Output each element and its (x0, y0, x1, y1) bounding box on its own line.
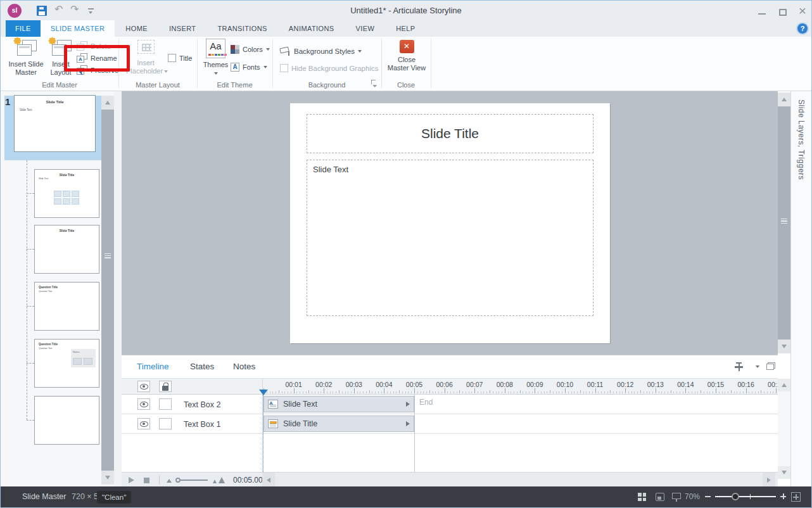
preview-icon[interactable] (672, 493, 681, 499)
ruler-label: 00:07 (463, 381, 486, 388)
grid-view-icon[interactable] (638, 493, 646, 501)
zoom-out-icon[interactable] (167, 479, 172, 483)
timeline-options-caret-icon[interactable] (756, 365, 759, 368)
timeline-zoom-slider-knob[interactable] (175, 478, 181, 483)
arrow-down-icon (105, 476, 110, 479)
slide-master-editing-surface[interactable]: Slide Title Slide Text (290, 103, 610, 343)
title-checkbox-box[interactable] (168, 54, 176, 62)
zoom-in-button[interactable] (780, 493, 786, 499)
ruler-label: 00:06 (433, 381, 456, 388)
timeline-ruler[interactable]: 00:0100:0200:0300:0400:0500:0600:0700:08… (263, 379, 778, 394)
lock-all-button[interactable] (159, 381, 172, 392)
rename-highlight-box (64, 45, 130, 72)
arrow-up-icon (782, 383, 787, 387)
canvas-scroll-up-button[interactable] (778, 92, 790, 106)
slide-layers-triggers-rail[interactable]: Slide Layers, Triggers (790, 91, 811, 486)
timeline-row-text-box-1[interactable]: Text Box 1 Slide Title (122, 414, 778, 434)
background-styles-button[interactable]: Background Styles (280, 46, 362, 56)
title-placeholder[interactable]: Slide Title (307, 114, 593, 153)
group-label-background: Background (272, 81, 381, 89)
timeline-row-text-box-2[interactable]: Text Box 2 Slide Text (122, 395, 778, 414)
canvas-scroll-down-button[interactable] (778, 340, 790, 353)
sidebar-scroll-up-button[interactable] (101, 96, 114, 110)
ruler-label: 00:14 (674, 381, 697, 388)
layout-thumbnail-3[interactable]: Question Title Question Text (34, 282, 99, 331)
help-icon[interactable]: ? (797, 23, 808, 34)
zoom-out-button[interactable] (705, 496, 711, 497)
dropdown-caret-icon (266, 48, 270, 51)
zoom-in-small-icon[interactable] (213, 479, 217, 483)
tab-states[interactable]: States (190, 362, 214, 371)
layout-thumbnail-1[interactable]: Slide Title Slide Text (34, 169, 99, 218)
sidebar-scrollbar[interactable] (101, 110, 114, 471)
text-placeholder[interactable]: Slide Text (307, 160, 593, 316)
tab-home[interactable]: HOME (115, 20, 158, 37)
tab-help[interactable]: HELP (385, 20, 426, 37)
lock-checkbox[interactable] (159, 398, 172, 410)
maximize-button[interactable] (779, 9, 787, 16)
timeline-vertical-scrollbar[interactable] (778, 391, 790, 466)
zoom-slider-track[interactable] (715, 496, 776, 497)
colors-button[interactable]: Colors (231, 45, 270, 54)
slide-layers-triggers-label[interactable]: Slide Layers, Triggers (797, 99, 806, 180)
timeline-end-marker[interactable] (414, 395, 415, 472)
timeline-scroll-left-button[interactable] (262, 473, 275, 488)
timeline-object-bar[interactable]: Slide Title (263, 416, 414, 432)
expand-arrow-icon[interactable] (406, 421, 410, 426)
master-slide-thumbnail[interactable]: Slide Title Slide Text (14, 95, 96, 152)
tab-notes[interactable]: Notes (233, 362, 255, 371)
tab-slide-master[interactable]: SLIDE MASTER (41, 20, 115, 37)
fit-to-window-icon[interactable] (791, 492, 801, 502)
visibility-toggle[interactable] (137, 418, 150, 429)
timeline-zoom-slider[interactable] (179, 479, 208, 481)
lock-checkbox[interactable] (159, 418, 172, 429)
tab-timeline[interactable]: Timeline (137, 362, 169, 371)
sidebar-scroll-down-button[interactable] (101, 471, 114, 485)
slide-view-icon[interactable] (656, 493, 664, 501)
panel-windows-icon[interactable] (766, 362, 775, 370)
zoom-level-label: 70% (685, 486, 700, 507)
title-checkbox[interactable]: Title (168, 54, 192, 62)
themes-button[interactable]: Aa Themes (201, 39, 230, 77)
zoom-slider-handle[interactable] (732, 493, 739, 500)
timeline-horizontal-scrollbar[interactable] (275, 473, 763, 488)
ruler-label: 00:16 (735, 381, 758, 388)
layout-thumbnail-5[interactable] (34, 396, 99, 445)
insert-slide-master-button[interactable]: Insert SlideMaster (6, 39, 46, 77)
show-hide-all-button[interactable] (137, 381, 150, 392)
layout-thumbnail-2[interactable]: Slide Title (34, 225, 99, 274)
fonts-button[interactable]: A Fonts (231, 63, 267, 72)
timeline-scroll-up-button[interactable] (778, 379, 790, 391)
expand-arrow-icon[interactable] (406, 402, 410, 407)
themes-icon: Aa (206, 39, 225, 58)
timeline-duration: 00:05.00 (233, 476, 263, 485)
zoom-in-large-icon[interactable] (219, 477, 225, 483)
content-placeholder-grid (54, 191, 79, 205)
playhead-icon[interactable] (259, 390, 268, 395)
playhead-line[interactable] (263, 395, 263, 472)
layout-thumbnail-4[interactable]: Question Title Question Text Notes (34, 339, 99, 388)
canvas-scrollbar-grip[interactable] (781, 219, 787, 224)
tab-file[interactable]: FILE (6, 20, 41, 37)
tab-animations[interactable]: ANIMATIONS (278, 20, 345, 37)
close-master-view-button[interactable]: CloseMaster View (384, 39, 429, 72)
stop-button[interactable] (144, 478, 149, 483)
timeline-object-bar[interactable]: Slide Text (263, 396, 414, 412)
close-button[interactable] (797, 6, 808, 16)
minimize-button[interactable] (758, 13, 766, 15)
sidebar-splitter[interactable] (114, 91, 122, 486)
tab-view[interactable]: VIEW (345, 20, 386, 37)
tab-insert[interactable]: INSERT (158, 20, 207, 37)
playhead-pin-icon[interactable] (735, 362, 743, 372)
timeline-scroll-down-button[interactable] (778, 466, 790, 479)
play-button[interactable] (129, 477, 134, 483)
timeline-scroll-right-button[interactable] (763, 473, 775, 488)
layout-connector-line (27, 160, 27, 420)
tab-transitions[interactable]: TRANSITIONS (207, 20, 278, 37)
hide-background-graphics-box (280, 64, 288, 72)
sidebar-scrollbar-grip[interactable] (105, 253, 111, 258)
visibility-toggle[interactable] (137, 398, 150, 410)
dropdown-caret-icon (358, 50, 362, 53)
background-dialog-launcher-icon[interactable] (371, 80, 377, 86)
insert-slide-master-icon (15, 39, 37, 58)
